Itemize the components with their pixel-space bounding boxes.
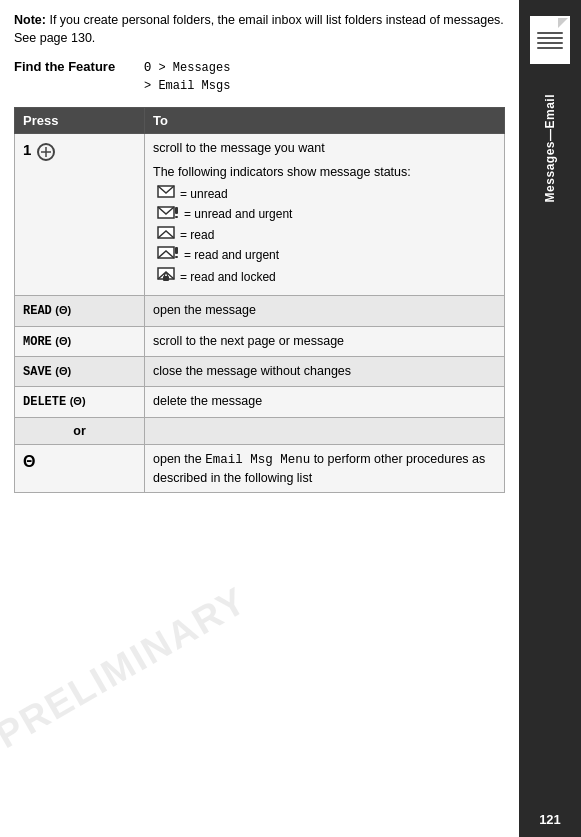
press-cell-1: 1 <box>15 134 145 296</box>
to-main-1: scroll to the message you want <box>153 139 496 157</box>
read-urgent-envelope-icon <box>157 246 179 259</box>
find-feature-path: Θ > Messages > Email Msgs <box>144 59 230 95</box>
watermark: PRELIMINARY <box>0 579 255 757</box>
to-main-4: close the message without changes <box>153 364 351 378</box>
to-delete: delete the message <box>153 394 262 408</box>
path-line2: > Email Msgs <box>144 77 230 95</box>
doc-line <box>537 37 563 39</box>
note-label: Note: <box>14 13 46 27</box>
nav-indicator <box>37 143 55 161</box>
key-delete: DELETE <box>23 395 66 409</box>
svg-rect-9 <box>175 256 178 258</box>
doc-lines <box>537 32 563 52</box>
icon-read-urgent <box>157 246 179 264</box>
press-cell-theta: Θ <box>15 444 145 492</box>
note-body: If you create personal folders, the emai… <box>14 13 504 45</box>
press-cell-2: READ (Θ) <box>15 296 145 326</box>
key-delete-sym: (Θ) <box>70 395 86 407</box>
list-item: = unread <box>157 185 496 203</box>
doc-line <box>537 47 563 49</box>
col-press: Press <box>15 108 145 134</box>
svg-rect-5 <box>175 216 178 218</box>
to-cell-4: close the message without changes <box>145 356 505 386</box>
email-msg-menu-label: Email Msg Menu <box>205 453 310 467</box>
key-theta: Θ <box>23 453 35 470</box>
sidebar: Messages—Email 121 <box>519 0 581 837</box>
indicator-label-unread: = unread <box>180 186 228 203</box>
doc-line <box>537 42 563 44</box>
read-envelope-icon <box>157 226 175 239</box>
indicator-label-read: = read <box>180 227 214 244</box>
list-item: = read and urgent <box>157 246 496 264</box>
key-read-sym: (Θ) <box>55 304 71 316</box>
key-save-sym: (Θ) <box>55 365 71 377</box>
nav-icon-svg <box>39 145 53 159</box>
page-number: 121 <box>519 812 581 827</box>
key-1: 1 <box>23 141 31 158</box>
to-main-3: scroll to the next page or message <box>153 334 344 348</box>
instructions-table: Press To 1 scroll to the message you <box>14 107 505 493</box>
icon-read <box>157 226 175 244</box>
col-to: To <box>145 108 505 134</box>
to-theta-pre: open the <box>153 452 205 466</box>
table-row: SAVE (Θ) close the message without chang… <box>15 356 505 386</box>
indicator-label-unread-urgent: = unread and urgent <box>184 206 292 223</box>
sidebar-icon-area <box>530 16 570 64</box>
doc-line <box>537 32 563 34</box>
indicators-block: The following indicators show message st… <box>153 163 496 288</box>
table-row: or <box>15 417 505 444</box>
to-cell-or <box>145 417 505 444</box>
press-cell-delete: DELETE (Θ) <box>15 387 145 417</box>
to-main-2: open the message <box>153 303 256 317</box>
or-label: or <box>73 424 86 438</box>
note-paragraph: Note: If you create personal folders, th… <box>14 12 505 47</box>
unread-urgent-envelope-icon <box>157 206 179 219</box>
svg-rect-8 <box>175 247 178 254</box>
icon-unread <box>157 185 175 203</box>
main-content: Note: If you create personal folders, th… <box>0 0 519 837</box>
sidebar-label: Messages—Email <box>543 94 557 202</box>
press-cell-or: or <box>15 417 145 444</box>
icon-read-locked <box>157 267 175 288</box>
unread-envelope-icon <box>157 185 175 198</box>
table-row: DELETE (Θ) delete the message <box>15 387 505 417</box>
indicator-list: = unread <box>153 185 496 288</box>
find-feature-label: Find the Feature <box>14 59 144 74</box>
read-locked-envelope-icon <box>157 267 175 283</box>
list-item: = unread and urgent <box>157 206 496 224</box>
key-read: READ <box>23 304 52 318</box>
table-row: READ (Θ) open the message <box>15 296 505 326</box>
list-item: = read and locked <box>157 267 496 288</box>
table-row: Θ open the Email Msg Menu to perform oth… <box>15 444 505 492</box>
indicator-label-read-locked: = read and locked <box>180 269 276 286</box>
svg-rect-11 <box>163 276 169 281</box>
document-icon <box>530 16 570 64</box>
path-line1: Θ > Messages <box>144 59 230 77</box>
list-item: = read <box>157 226 496 244</box>
table-row: 1 scroll to the message you want The fol… <box>15 134 505 296</box>
key-more-sym: (Θ) <box>55 335 71 347</box>
table-row: MORE (Θ) scroll to the next page or mess… <box>15 326 505 356</box>
find-feature-row: Find the Feature Θ > Messages > Email Ms… <box>14 59 505 95</box>
press-cell-4: SAVE (Θ) <box>15 356 145 386</box>
to-cell-1: scroll to the message you want The follo… <box>145 134 505 296</box>
to-cell-3: scroll to the next page or message <box>145 326 505 356</box>
indicator-label-read-urgent: = read and urgent <box>184 247 279 264</box>
to-cell-theta: open the Email Msg Menu to perform other… <box>145 444 505 492</box>
icon-unread-urgent <box>157 206 179 224</box>
sidebar-label-messages: Messages—Email <box>543 94 557 202</box>
indicators-intro: The following indicators show message st… <box>153 163 496 181</box>
key-save: SAVE <box>23 365 52 379</box>
svg-rect-4 <box>175 207 178 214</box>
to-cell-delete: delete the message <box>145 387 505 417</box>
key-more: MORE <box>23 335 52 349</box>
to-cell-2: open the message <box>145 296 505 326</box>
press-cell-3: MORE (Θ) <box>15 326 145 356</box>
